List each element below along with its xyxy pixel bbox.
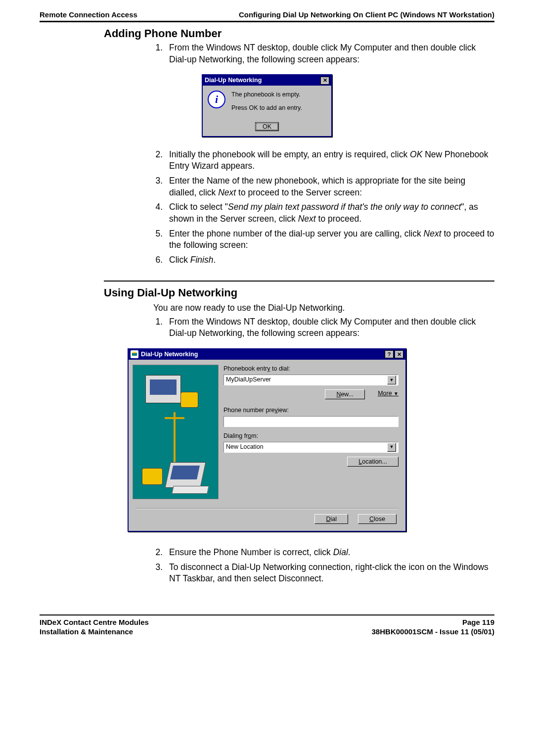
s1-step1: From the Windows NT desktop, double clic… (165, 42, 494, 65)
info-icon: i (208, 91, 225, 108)
s1-step6: Click Finish. (165, 254, 494, 266)
section-using-dun-title: Using Dial-Up Networking (40, 285, 494, 300)
chevron-down-icon[interactable]: ▼ (387, 376, 396, 384)
section-divider (104, 281, 494, 282)
s1-step5: Enter the phone number of the dial-up se… (165, 228, 494, 251)
new-button[interactable]: New... (325, 389, 365, 399)
dialing-from-dropdown[interactable]: New Location ▼ (223, 442, 399, 453)
msgbox-line2: Press OK to add an entry. (231, 104, 326, 112)
dialing-from-value: New Location (226, 443, 264, 451)
header-left: Remote Connection Access (40, 10, 137, 20)
s1-step2: Initially the phonebook will be empty, a… (165, 149, 494, 172)
more-button[interactable]: More ▼ (378, 389, 399, 399)
dial-button[interactable]: Dial (314, 514, 348, 524)
label-phonebook-entry: Phonebook entry to dial: (223, 365, 399, 373)
s2-step2: Ensure the Phone Number is correct, clic… (165, 547, 494, 559)
label-dialing-from: Dialing from: (223, 432, 399, 440)
phonebook-entry-value: MyDialUpServer (226, 376, 271, 384)
s2-lead: You are now ready to use the Dial-Up Net… (153, 302, 494, 314)
s2-step1: From the Windows NT desktop, double clic… (165, 316, 494, 339)
msgbox-dialup-empty: Dial-Up Networking ✕ i The phonebook is … (202, 74, 332, 137)
msgbox-title: Dial-Up Networking (205, 76, 262, 85)
footer-right-2: 38HBK00001SCM - Issue 11 (05/01) (372, 627, 494, 637)
msgbox-line1: The phonebook is empty. (231, 91, 326, 99)
close-icon[interactable]: ✕ (395, 350, 403, 358)
close-button[interactable]: Close (358, 514, 397, 524)
help-icon[interactable]: ? (385, 350, 394, 358)
phone-preview-input[interactable] (223, 416, 399, 427)
close-icon[interactable]: ✕ (320, 77, 329, 85)
phone-modem-icon (131, 350, 138, 358)
chevron-down-icon: ▼ (394, 391, 399, 396)
s1-step3: Enter the Name of the new phonebook, whi… (165, 175, 494, 198)
svg-rect-1 (133, 352, 136, 353)
chevron-down-icon[interactable]: ▼ (387, 443, 396, 452)
footer-right-1: Page 119 (372, 617, 494, 627)
location-button[interactable]: Location... (347, 457, 399, 467)
ok-button[interactable]: OK (255, 122, 279, 131)
dun-dialog: Dial-Up Networking ? ✕ Phonebook ent (128, 348, 406, 532)
footer-left-2: Installation & Maintenance (40, 627, 149, 637)
footer-divider (40, 614, 494, 615)
section-adding-phone-number-title: Adding Phone Number (40, 26, 494, 41)
header-right: Configuring Dial Up Networking On Client… (239, 10, 494, 20)
phonebook-entry-dropdown[interactable]: MyDialUpServer ▼ (223, 375, 399, 385)
label-phone-preview: Phone number preview: (223, 406, 399, 415)
s1-step4: Click to select "Send my plain text pass… (165, 201, 494, 225)
s2-step3: To disconnect a Dial-Up Networking conne… (165, 562, 494, 585)
dun-title: Dial-Up Networking (141, 350, 198, 359)
footer-left-1: INDeX Contact Centre Modules (40, 617, 149, 627)
dun-illustration (133, 365, 219, 499)
